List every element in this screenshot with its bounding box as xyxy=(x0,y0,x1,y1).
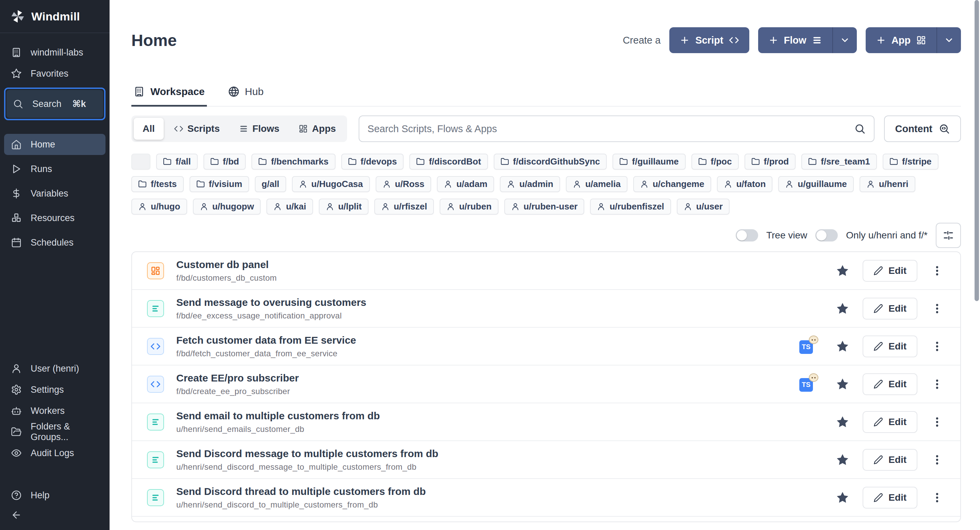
filter-chip[interactable]: u/HugoCasa xyxy=(292,176,370,192)
person-icon xyxy=(866,180,875,188)
filter-chip[interactable]: u/amelia xyxy=(566,176,627,192)
create-app-button[interactable]: App xyxy=(865,27,937,53)
filter-chip[interactable]: u/rfiszel xyxy=(374,199,434,215)
item-title[interactable]: Send email to multiple customers from db xyxy=(176,410,380,422)
edit-button[interactable]: Edit xyxy=(862,411,917,433)
sidebar-item-user[interactable]: User (henri) xyxy=(4,360,105,377)
item-title[interactable]: Create EE/pro subscriber xyxy=(176,372,299,384)
filter-chip[interactable]: f/visium xyxy=(189,176,249,192)
filter-chip[interactable]: f/bd xyxy=(204,153,246,170)
edit-button[interactable]: Edit xyxy=(862,298,917,319)
tree-view-toggle[interactable] xyxy=(736,229,758,241)
item-title[interactable]: Send message to overusing customers xyxy=(176,297,366,308)
tab-workspace[interactable]: Workspace xyxy=(131,86,207,107)
blank-filter-chip[interactable] xyxy=(131,153,150,170)
segment-scripts[interactable]: Scripts xyxy=(165,118,229,140)
filter-chip[interactable]: u/ruben xyxy=(440,199,498,215)
filter-chip[interactable]: u/lplit xyxy=(319,199,369,215)
sidebar-item-variables[interactable]: Variables xyxy=(4,183,105,204)
row-menu-button[interactable] xyxy=(930,489,944,506)
filter-chip[interactable]: f/tests xyxy=(131,176,184,192)
row-menu-button[interactable] xyxy=(930,413,944,431)
favorite-star-button[interactable] xyxy=(835,453,850,467)
filter-chip[interactable]: u/user xyxy=(677,199,730,215)
item-title[interactable]: Send Discord thread to multiple customer… xyxy=(176,486,426,497)
filter-chip[interactable]: u/kai xyxy=(266,199,313,215)
sidebar-item-folders-groups[interactable]: Folders & Groups... xyxy=(4,423,105,441)
row-menu-button[interactable] xyxy=(930,338,944,355)
segment-apps[interactable]: Apps xyxy=(290,118,345,140)
search-input[interactable] xyxy=(368,123,854,134)
sidebar-item-settings[interactable]: Settings xyxy=(4,381,105,399)
filter-chip[interactable]: f/poc xyxy=(692,153,739,170)
tree-view-label: Tree view xyxy=(766,230,807,241)
filter-chip[interactable]: u/ruben-user xyxy=(504,199,585,215)
row-menu-button[interactable] xyxy=(930,300,944,318)
edit-button[interactable]: Edit xyxy=(862,373,917,395)
sidebar-item-schedules[interactable]: Schedules xyxy=(4,232,105,253)
item-title[interactable]: Send Discord message to multiple custome… xyxy=(176,448,438,460)
filter-chip[interactable]: f/prod xyxy=(745,153,796,170)
sidebar-search-button[interactable]: Search ⌘k xyxy=(6,90,103,118)
filter-chip[interactable]: u/Ross xyxy=(375,176,431,192)
row-menu-button[interactable] xyxy=(930,375,944,393)
only-owner-toggle[interactable] xyxy=(815,229,838,241)
sidebar-item-help[interactable]: Help xyxy=(4,486,105,504)
favorite-star-button[interactable] xyxy=(835,377,850,391)
content-button[interactable]: Content xyxy=(884,115,961,142)
sidebar-item-resources[interactable]: Resources xyxy=(4,208,105,228)
app-logo[interactable]: Windmill xyxy=(0,0,110,33)
filter-chip[interactable]: u/admin xyxy=(500,176,560,192)
filter-chip[interactable]: f/stripe xyxy=(883,153,939,170)
segment-flows[interactable]: Flows xyxy=(230,118,288,140)
edit-button[interactable]: Edit xyxy=(862,335,917,357)
sidebar-item-audit-logs[interactable]: Audit Logs xyxy=(4,444,105,462)
filter-chip[interactable]: u/changeme xyxy=(633,176,711,192)
row-menu-button[interactable] xyxy=(930,451,944,469)
sidebar-item-workers[interactable]: Workers xyxy=(4,402,105,420)
person-icon xyxy=(273,202,282,211)
sidebar-collapse-button[interactable] xyxy=(4,506,105,524)
create-script-button[interactable]: Script xyxy=(669,27,749,53)
filter-chip[interactable]: u/guillaume xyxy=(778,176,853,192)
create-app-dropdown[interactable] xyxy=(937,27,961,53)
vertical-scrollbar[interactable] xyxy=(975,0,979,301)
item-title[interactable]: Fetch customer data from EE service xyxy=(176,334,356,346)
create-flow-button[interactable]: Flow xyxy=(758,27,832,53)
display-settings-button[interactable] xyxy=(936,223,961,248)
favorite-star-button[interactable] xyxy=(835,339,850,354)
edit-button[interactable]: Edit xyxy=(862,260,917,282)
filter-chip[interactable]: f/benchmarks xyxy=(251,153,335,170)
app-kind-icon xyxy=(147,262,164,279)
item-title[interactable]: Customer db panel xyxy=(176,259,277,270)
filter-chip[interactable]: u/rubenfiszel xyxy=(590,199,671,215)
sidebar-item-workspace[interactable]: windmill-labs xyxy=(4,42,105,63)
sidebar-item-runs[interactable]: Runs xyxy=(4,158,105,179)
flow-kind-icon xyxy=(147,489,164,506)
edit-button[interactable]: Edit xyxy=(862,449,917,471)
filter-chip[interactable]: g/all xyxy=(255,176,286,192)
favorite-star-button[interactable] xyxy=(835,263,850,278)
favorite-star-button[interactable] xyxy=(835,415,850,429)
filter-chip[interactable]: f/guillaume xyxy=(612,153,685,170)
filter-chip[interactable]: u/hugo xyxy=(131,199,187,215)
filter-chip[interactable]: f/sre_team1 xyxy=(801,153,877,170)
row-menu-button[interactable] xyxy=(930,262,944,279)
filter-chip[interactable]: u/hugopw xyxy=(193,199,261,215)
filter-chip[interactable]: f/discordGithubSync xyxy=(494,153,607,170)
sidebar-item-favorites[interactable]: Favorites xyxy=(4,63,105,84)
sidebar-item-home[interactable]: Home xyxy=(4,134,105,155)
filter-chip[interactable]: f/all xyxy=(156,153,198,170)
favorite-star-button[interactable] xyxy=(835,490,850,505)
filter-chip[interactable]: f/discordBot xyxy=(409,153,488,170)
segment-all[interactable]: All xyxy=(134,118,164,140)
favorite-star-button[interactable] xyxy=(835,302,850,316)
edit-button[interactable]: Edit xyxy=(862,487,917,509)
filter-chip[interactable]: u/faton xyxy=(717,176,773,192)
item-list: Customer db panel f/bd/customers_db_cust… xyxy=(131,251,961,522)
filter-chip[interactable]: f/devops xyxy=(341,153,404,170)
filter-chip[interactable]: u/henri xyxy=(859,176,915,192)
filter-chip[interactable]: u/adam xyxy=(437,176,494,192)
tab-hub[interactable]: Hub xyxy=(226,86,266,107)
create-flow-dropdown[interactable] xyxy=(832,27,857,53)
